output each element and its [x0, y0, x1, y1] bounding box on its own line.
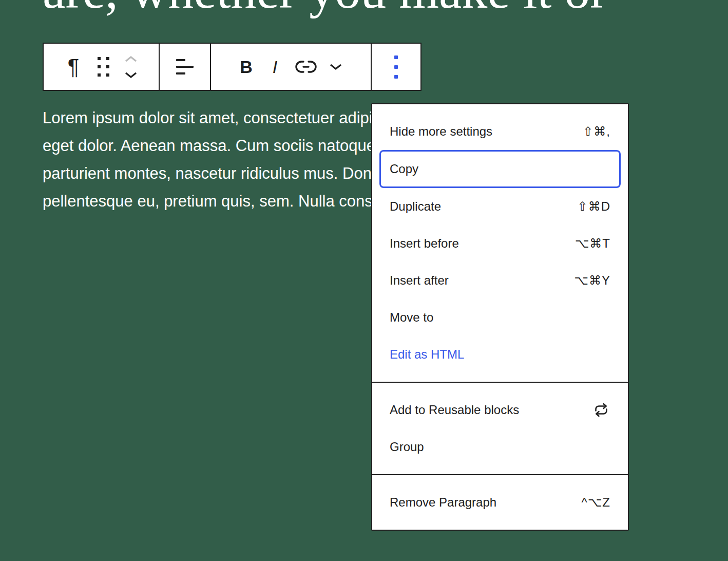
alignment-group [159, 44, 210, 90]
menu-item-copy[interactable]: Copy [379, 150, 621, 188]
menu-item-edit-as-html[interactable]: Edit as HTML [372, 336, 628, 373]
editor-canvas: are, whether you make it or not. Lorem i… [0, 0, 728, 561]
menu-item-label: Copy [390, 162, 418, 176]
menu-group-primary: Hide more settings ⇧⌘, Copy Duplicate ⇧⌘… [372, 104, 628, 382]
block-toolbar: ¶ B [43, 43, 422, 91]
menu-item-insert-before[interactable]: Insert before ⌥⌘T [372, 225, 628, 262]
move-up-icon [124, 55, 138, 62]
post-heading-line-1[interactable]: are, whether you make it or [43, 0, 607, 16]
menu-item-label: Add to Reusable blocks [390, 403, 519, 417]
move-down-button[interactable] [118, 69, 144, 81]
menu-item-label: Duplicate [390, 199, 441, 214]
menu-item-shortcut: ^⌥Z [581, 495, 610, 510]
more-formatting-button[interactable] [321, 45, 351, 89]
bold-button[interactable]: B [232, 45, 261, 89]
block-options-menu: Hide more settings ⇧⌘, Copy Duplicate ⇧⌘… [371, 103, 629, 531]
menu-item-label: Insert before [390, 236, 459, 251]
menu-item-remove-paragraph[interactable]: Remove Paragraph ^⌥Z [372, 484, 628, 521]
menu-item-label: Edit as HTML [390, 347, 464, 362]
menu-item-label: Group [390, 440, 424, 454]
menu-item-label: Hide more settings [390, 124, 492, 139]
menu-group-remove: Remove Paragraph ^⌥Z [372, 474, 628, 530]
menu-item-duplicate[interactable]: Duplicate ⇧⌘D [372, 188, 628, 225]
bold-icon: B [240, 57, 253, 77]
menu-item-shortcut: ⇧⌘, [583, 124, 610, 139]
formatting-group: B I [210, 44, 371, 90]
menu-item-shortcut: ⌥⌘Y [574, 273, 610, 288]
options-group [371, 44, 420, 90]
menu-item-label: Remove Paragraph [390, 495, 496, 510]
paragraph-block-icon: ¶ [68, 56, 80, 78]
menu-item-group[interactable]: Group [372, 428, 628, 465]
menu-item-shortcut: ⌥⌘T [575, 236, 610, 251]
menu-item-shortcut: ⇧⌘D [578, 199, 610, 214]
reusable-blocks-icon [592, 401, 610, 419]
link-button[interactable] [291, 45, 321, 89]
paragraph-block-button[interactable]: ¶ [59, 45, 88, 89]
move-down-icon [124, 72, 138, 79]
align-text-button[interactable] [170, 45, 200, 89]
italic-icon: I [273, 57, 279, 77]
options-kebab-icon [394, 55, 398, 79]
chevron-down-icon [329, 63, 342, 70]
menu-group-reusable: Add to Reusable blocks Group [372, 382, 628, 474]
align-text-icon [176, 59, 194, 74]
drag-handle-icon [98, 57, 109, 77]
move-up-button[interactable] [118, 53, 144, 64]
block-type-and-mover-group: ¶ [44, 44, 159, 90]
menu-item-hide-more-settings[interactable]: Hide more settings ⇧⌘, [372, 113, 628, 150]
link-icon [295, 60, 317, 74]
drag-handle[interactable] [88, 45, 118, 89]
italic-button[interactable]: I [261, 45, 291, 89]
menu-item-insert-after[interactable]: Insert after ⌥⌘Y [372, 262, 628, 299]
menu-item-label: Insert after [390, 273, 449, 288]
menu-item-move-to[interactable]: Move to [372, 299, 628, 336]
menu-item-add-to-reusable-blocks[interactable]: Add to Reusable blocks [372, 391, 628, 428]
menu-item-label: Move to [390, 310, 433, 325]
options-button[interactable] [381, 45, 411, 89]
block-mover [118, 53, 144, 81]
